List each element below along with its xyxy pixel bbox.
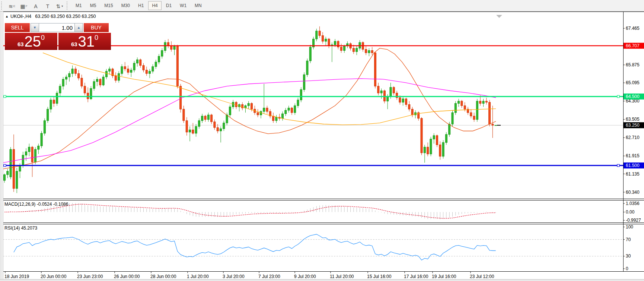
svg-text:62.710: 62.710 [626,135,640,140]
symbol-collapse-icon[interactable]: ▲ [5,15,9,18]
one-click-trading-widget: SELL ▼ ▲ BUY 63 25 0 63 31 0 [5,23,111,50]
svg-text:20 Jun 00:00: 20 Jun 00:00 [41,274,67,279]
sell-price-point: 0 [41,34,45,42]
volume-decrease-button[interactable]: ▼ [31,23,39,32]
buy-price-handle: 63 [71,41,77,47]
svg-text:64.500: 64.500 [626,94,640,99]
buy-button[interactable]: BUY [84,23,109,32]
chart-ohlc-values: 63.250 63.250 63.250 63.250 [35,14,96,19]
svg-text:1.0356: 1.0356 [626,201,640,206]
svg-text:61.915: 61.915 [626,153,640,158]
line-handle[interactable] [617,95,619,98]
macd-signal-line [4,204,496,218]
svg-text:19 Jul 16:00: 19 Jul 16:00 [432,274,456,279]
svg-text:7 Jul 23:00: 7 Jul 23:00 [258,274,280,279]
window-left-edge [0,12,3,280]
svg-text:63.250: 63.250 [626,123,640,128]
svg-text:-0.9927: -0.9927 [626,218,641,223]
price-axis[interactable]: 67.46565.87565.09564.30063.50562.71061.9… [623,26,644,195]
svg-text:18 Jun 2019: 18 Jun 2019 [4,274,29,279]
chart-title: ▲UKOil-,H463.250 63.250 63.250 63.250 [5,14,96,19]
chart-symbol-period: UKOil-,H4 [10,14,31,19]
window-bottom-edge [0,279,644,281]
svg-text:61.500: 61.500 [626,163,640,168]
svg-text:23 Jun 23:00: 23 Jun 23:00 [77,274,103,279]
rsi-label: RSI(14) 45.2073 [4,225,37,231]
rsi-indicator [3,234,623,260]
svg-text:65.095: 65.095 [626,80,640,85]
svg-text:67.465: 67.465 [626,26,640,31]
macd-indicator [4,203,496,220]
svg-text:0.00: 0.00 [626,209,635,215]
svg-text:3 Jul 20:00: 3 Jul 20:00 [223,274,245,279]
svg-text:66.707: 66.707 [626,43,640,48]
svg-text:70: 70 [626,237,631,242]
svg-text:26 Jun 00:00: 26 Jun 00:00 [114,274,140,279]
mt4-window: ≋E▦FAT⇅▾ M1M5M15M30H1H4D1W1MN ▲UKOil-,H4… [0,0,644,281]
svg-text:17 Jul 16:00: 17 Jul 16:00 [404,274,428,279]
volume-increase-button[interactable]: ▲ [74,23,83,32]
support-line-blue[interactable] [3,164,623,167]
svg-text:30: 30 [626,253,631,259]
buy-price-button[interactable]: 63 31 0 [58,33,111,50]
line-handle[interactable] [4,164,6,167]
panel-frames [0,12,644,272]
rsi-axis[interactable]: 10070300 [623,224,633,271]
svg-text:100: 100 [626,224,633,230]
svg-text:65.875: 65.875 [626,62,640,67]
svg-text:0: 0 [626,266,628,271]
candlestick-series [4,26,497,193]
macd-axis[interactable]: 1.03560.00-0.9927 [623,201,641,223]
svg-text:63.505: 63.505 [626,117,640,122]
svg-text:11 Jul 20:00: 11 Jul 20:00 [330,274,354,279]
sell-price-handle: 63 [17,41,24,47]
line-handle[interactable] [4,95,6,98]
svg-text:23 Jul 12:00: 23 Jul 12:00 [470,274,494,279]
support-line-green[interactable] [3,95,623,98]
svg-text:1 Jul 20:00: 1 Jul 20:00 [187,274,209,279]
line-handle[interactable] [617,164,619,167]
svg-text:9 Jul 20:00: 9 Jul 20:00 [294,274,316,279]
time-axis[interactable]: 18 Jun 201920 Jun 00:0023 Jun 23:0026 Ju… [4,272,494,279]
sell-button[interactable]: SELL [5,23,30,32]
svg-text:61.135: 61.135 [626,171,640,177]
sell-price-pips: 25 [25,33,41,50]
buy-price-pips: 31 [78,33,95,50]
sell-price-button[interactable]: 63 25 0 [5,33,57,50]
volume-input[interactable] [39,23,74,32]
scroll-to-end-icon[interactable] [496,15,502,18]
buy-price-point: 0 [95,34,98,42]
svg-text:60.340: 60.340 [626,190,640,195]
svg-text:28 Jun 00:00: 28 Jun 00:00 [150,274,176,279]
svg-text:15 Jul 16:00: 15 Jul 16:00 [367,274,392,279]
macd-label: MACD(12,26,9) -0.0524 -0.1086 [4,202,68,207]
